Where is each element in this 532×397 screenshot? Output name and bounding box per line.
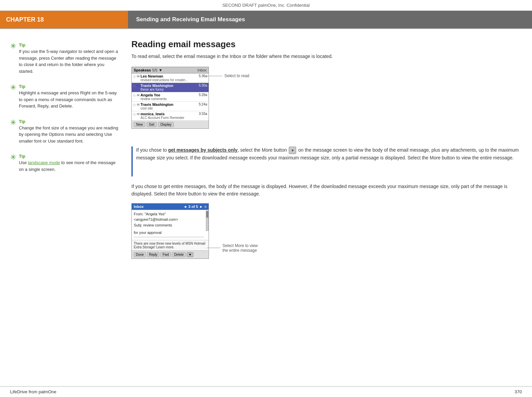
tip-4-link[interactable]: landscape mode <box>28 160 60 165</box>
select-more-label-inner: Select More to view the entire message <box>222 243 258 253</box>
sender-2: Travis Washington <box>140 84 173 88</box>
tip-4-text-before: Use <box>19 160 28 165</box>
time-5: 3:33a <box>199 112 207 116</box>
chapter-title: Sending and Receiving Email Messages <box>128 11 532 28</box>
select-more-text-2: the entire message <box>222 248 258 253</box>
dot-icon-1: ◇ <box>133 74 136 78</box>
left-arrow-icon[interactable]: ◄ <box>183 205 187 209</box>
message-buttons: Done Reply Fwd Delete ▼ <box>132 250 209 258</box>
reply-button[interactable]: Reply <box>147 252 160 257</box>
inbox-row-5-inner: monica_lewis 3:33a ALC Account Form Remi… <box>140 112 207 120</box>
time-3: 5:28a <box>199 93 207 97</box>
sender-1: Les Newman <box>140 74 163 78</box>
tip-3-text: Change the font size of a message you ar… <box>19 125 120 145</box>
tip-3-asterisk: ✳ <box>10 119 16 126</box>
get-button[interactable]: Get <box>147 122 157 127</box>
tip-2-content: Tip Highlight a message and press Right … <box>19 84 120 110</box>
para-2: If you chose to get entire messages, the… <box>131 183 522 198</box>
select-to-read-label: Select to read <box>206 73 249 78</box>
inbox-footer: New Get Display <box>132 121 209 128</box>
time-4: 5:24a <box>199 102 207 106</box>
mail-icon-3: ✉ <box>137 93 139 97</box>
message-from: From: "Angela Yee" <box>134 211 204 217</box>
message-nav-count: 3 of 5 <box>188 205 198 209</box>
message-nav: ◄ 3 of 5 ► ≡ <box>183 205 207 209</box>
top-bar: SECOND DRAFT palmOne, Inc. Confidential <box>0 0 532 11</box>
select-more-text-1: Select More to view <box>222 243 258 248</box>
inbox-mockup: Speakeas 5/5 ▼ Inbox ◇ ✉ Les Newman 5:36… <box>131 67 209 129</box>
page-footer: LifeDrive from palmOne 370 <box>0 386 532 397</box>
menu-icon[interactable]: ≡ <box>205 205 207 209</box>
chapter-title-text: Sending and Receiving Email Messages <box>136 16 245 23</box>
mail-icon-4: ✉ <box>137 103 139 106</box>
sender-3: Angela Yee <box>140 93 160 97</box>
mail-icon-1: ✉ <box>137 74 139 78</box>
chapter-label-text: CHAPTER 18 <box>6 16 44 23</box>
message-mockup: Inbox ◄ 3 of 5 ► ≡ From: "Angela Yee" <a… <box>131 203 209 259</box>
more-button-icon: ▼ <box>289 147 296 154</box>
inbox-row-3-inner: Angela Yee 5:28a review comments <box>140 93 207 101</box>
sidebar: ✳ Tip If you use the 5-way navigator to … <box>0 39 128 259</box>
inbox-row-2-inner: Travis Washington 5:30a these are funny <box>140 84 207 91</box>
inbox-row-5: ◇ ✉ monica_lewis 3:33a ALC Account Form … <box>132 111 209 121</box>
dot-icon-2: ◇ <box>133 84 136 88</box>
delete-button[interactable]: Delete <box>172 252 186 257</box>
inbox-row-4: ◇ ✉ Travis Washington 5:24a cool site <box>132 102 209 111</box>
dot-icon-5: ◇ <box>133 112 136 116</box>
footer-right: 370 <box>514 389 522 394</box>
subject-4: cool site <box>140 106 207 110</box>
scroll-bar[interactable] <box>206 211 209 231</box>
more-msg-button[interactable]: ▼ <box>187 252 193 257</box>
dot-icon-3: ◇ <box>133 93 136 97</box>
inbox-wrapper: Speakeas 5/5 ▼ Inbox ◇ ✉ Les Newman 5:36… <box>131 67 209 132</box>
tip-4-label: Tip <box>19 154 120 159</box>
inbox-row-4-inner: Travis Washington 5:24a cool site <box>140 102 207 110</box>
right-arrow-icon[interactable]: ► <box>199 205 203 209</box>
subject-1: revised instructions for creatin... <box>140 78 207 82</box>
inbox-label: Inbox <box>197 68 207 72</box>
inbox-row-3: ◇ ✉ Angela Yee 5:28a review comments <box>132 92 209 102</box>
blue-bar-section: If you chose to get messages by subjects… <box>131 146 522 177</box>
dropdown-arrow-icon: ▼ <box>159 68 162 72</box>
tip-4-text: Use landscape mode to see more of the me… <box>19 159 120 173</box>
display-button[interactable]: Display <box>158 122 174 127</box>
message-header: Inbox ◄ 3 of 5 ► ≡ <box>132 204 209 210</box>
chapter-label: CHAPTER 18 <box>0 11 128 28</box>
message-divider <box>134 237 204 237</box>
message-footer-area: There are now three new levels of MSN Ho… <box>132 240 209 250</box>
tip-3-content: Tip Change the font size of a message yo… <box>19 119 120 145</box>
sender-4: Travis Washington <box>140 102 173 106</box>
mail-icon-2: ✉ <box>137 84 139 88</box>
inbox-count: 5/5 <box>152 68 157 72</box>
tip-1: ✳ Tip If you use the 5-way navigator to … <box>10 42 120 74</box>
dot-icon-4: ◇ <box>133 103 136 106</box>
select-to-read-text: Select to read <box>224 73 249 78</box>
tip-4-asterisk: ✳ <box>10 154 16 161</box>
scroll-thumb <box>206 211 208 218</box>
content-area: Reading email messages To read email, se… <box>128 39 532 259</box>
message-subj: Subj: review comments <box>134 222 204 228</box>
top-bar-text: SECOND DRAFT palmOne, Inc. Confidential <box>222 3 310 8</box>
tip-3: ✳ Tip Change the font size of a message … <box>10 119 120 145</box>
message-inbox-tab: Inbox <box>134 205 144 209</box>
message-section: Inbox ◄ 3 of 5 ► ≡ From: "Angela Yee" <a… <box>131 203 522 259</box>
tip-1-asterisk: ✳ <box>10 42 16 50</box>
inbox-row-1-inner: Les Newman 5:36a revised instructions fo… <box>140 74 207 82</box>
message-body: From: "Angela Yee" <angyee71@hotmail.com… <box>132 210 206 240</box>
inbox-section: Speakeas 5/5 ▼ Inbox ◇ ✉ Les Newman 5:36… <box>131 67 522 139</box>
time-2: 5:30a <box>199 84 207 87</box>
message-body-area: From: "Angela Yee" <angyee71@hotmail.com… <box>132 210 209 240</box>
fwd-button[interactable]: Fwd <box>160 252 171 257</box>
message-footer-text: There are now three new levels of MSN Ho… <box>134 242 205 249</box>
new-button[interactable]: New <box>134 122 145 127</box>
subject-5: ALC Account Form Reminder <box>140 116 207 120</box>
tip-1-text: If you use the 5-way navigator to select… <box>19 48 120 74</box>
blue-vertical-bar <box>131 146 133 177</box>
inbox-row-1: ◇ ✉ Les Newman 5:36a revised instruction… <box>132 73 209 83</box>
done-button[interactable]: Done <box>134 252 146 257</box>
get-messages-link[interactable]: get messages by subjects only <box>168 147 238 153</box>
section-title: Reading email messages <box>131 39 522 50</box>
message-body-line1: for your approval <box>134 230 204 236</box>
inbox-header: Speakeas 5/5 ▼ Inbox <box>132 67 209 73</box>
tip-2-asterisk: ✳ <box>10 84 16 91</box>
